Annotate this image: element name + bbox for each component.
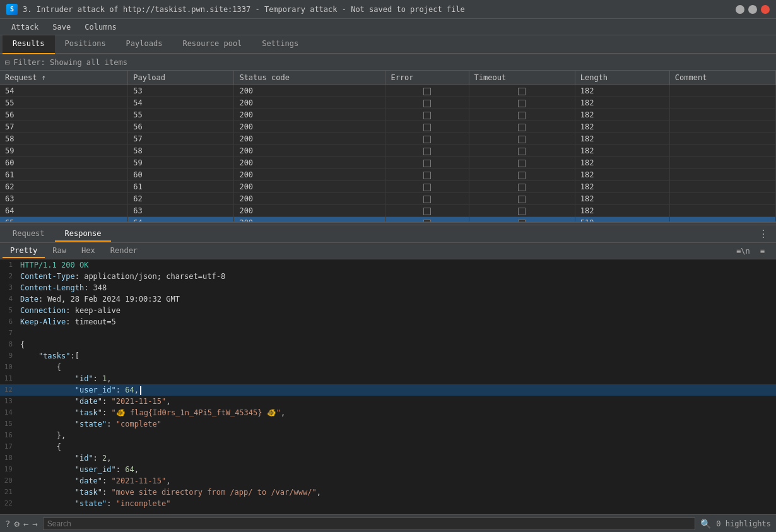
- menu-columns[interactable]: Columns: [78, 21, 123, 33]
- help-icon[interactable]: ?: [5, 519, 10, 529]
- table-row[interactable]: 54 53 200 182: [0, 85, 776, 97]
- cell-timeout: [469, 193, 575, 205]
- forward-icon[interactable]: →: [32, 519, 37, 529]
- cell-request: 64: [0, 205, 128, 217]
- menu-save[interactable]: Save: [46, 21, 77, 33]
- tab-positions[interactable]: Positions: [55, 35, 116, 54]
- cell-payload: 60: [128, 169, 234, 181]
- format-raw[interactable]: Raw: [45, 244, 74, 258]
- line-content: Connection: keep-alive: [18, 305, 776, 316]
- window-title: 3. Intruder attack of http://taskist.pwn…: [23, 5, 465, 14]
- tab-results[interactable]: Results: [3, 35, 55, 54]
- tab-request[interactable]: Request: [3, 227, 55, 242]
- code-line: 19 "user_id": 64,: [0, 464, 776, 475]
- line-content: Date: Wed, 28 Feb 2024 19:00:32 GMT: [18, 293, 776, 305]
- table-body: 54 53 200 182 55 54 200 182 56 55 200 18…: [0, 85, 776, 223]
- cell-error: [385, 121, 469, 133]
- cell-payload: 59: [128, 157, 234, 169]
- cell-status: 200: [234, 85, 385, 97]
- format-render[interactable]: Render: [103, 244, 145, 258]
- results-table: Request ↑ Payload Status code Error Time…: [0, 71, 776, 222]
- cell-request: 57: [0, 121, 128, 133]
- table-row[interactable]: 58 57 200 182: [0, 133, 776, 145]
- cell-payload: 62: [128, 193, 234, 205]
- line-number: 15: [0, 418, 18, 430]
- col-comment[interactable]: Comment: [669, 71, 775, 85]
- cell-comment: [669, 109, 775, 121]
- cell-error: [385, 157, 469, 169]
- cell-request: 54: [0, 85, 128, 97]
- table-row[interactable]: 59 58 200 182: [0, 145, 776, 157]
- col-length[interactable]: Length: [575, 71, 669, 85]
- close-button[interactable]: [761, 5, 770, 14]
- col-error[interactable]: Error: [385, 71, 469, 85]
- cell-status: 200: [234, 133, 385, 145]
- line-number: 2: [0, 271, 18, 282]
- table-row[interactable]: 56 55 200 182: [0, 109, 776, 121]
- cell-length: 182: [575, 145, 669, 157]
- col-status[interactable]: Status code: [234, 71, 385, 85]
- code-line: 8{: [0, 339, 776, 350]
- cell-comment: [669, 169, 775, 181]
- table-row[interactable]: 63 62 200 182: [0, 193, 776, 205]
- table-row[interactable]: 61 60 200 182: [0, 169, 776, 181]
- format-action-wrap[interactable]: ≡\n: [732, 245, 754, 257]
- cell-status: 200: [234, 157, 385, 169]
- back-icon[interactable]: ←: [23, 519, 28, 529]
- line-number: 3: [0, 282, 18, 293]
- code-line: 2Content-Type: application/json; charset…: [0, 271, 776, 282]
- cell-timeout: [469, 133, 575, 145]
- tab-response[interactable]: Response: [55, 227, 112, 242]
- col-request[interactable]: Request ↑: [0, 71, 128, 85]
- tab-resource-pool[interactable]: Resource pool: [172, 35, 252, 54]
- line-number: 8: [0, 339, 18, 350]
- cell-timeout: [469, 85, 575, 97]
- menu-attack[interactable]: Attack: [5, 21, 45, 33]
- cell-error: [385, 109, 469, 121]
- tab-settings[interactable]: Settings: [252, 35, 309, 54]
- cell-status: 200: [234, 217, 385, 223]
- cell-length: 182: [575, 109, 669, 121]
- format-pretty[interactable]: Pretty: [3, 244, 45, 258]
- table-row[interactable]: 60 59 200 182: [0, 157, 776, 169]
- cell-timeout: [469, 181, 575, 193]
- format-action-menu[interactable]: ≡: [756, 245, 768, 257]
- cell-payload: 54: [128, 97, 234, 109]
- status-bar: ? ⚙ ← → 🔍 0 highlights: [0, 514, 776, 532]
- table-row[interactable]: 65 64 200 519: [0, 217, 776, 223]
- table-row[interactable]: 64 63 200 182: [0, 205, 776, 217]
- cell-request: 59: [0, 145, 128, 157]
- cell-request: 63: [0, 193, 128, 205]
- line-content: "date": "2021-11-15",: [18, 475, 776, 487]
- tab-payloads[interactable]: Payloads: [116, 35, 173, 54]
- col-timeout[interactable]: Timeout: [469, 71, 575, 85]
- title-bar: S 3. Intruder attack of http://taskist.p…: [0, 0, 776, 19]
- line-number: 19: [0, 464, 18, 475]
- col-payload[interactable]: Payload: [128, 71, 234, 85]
- cell-error: [385, 145, 469, 157]
- format-hex[interactable]: Hex: [74, 244, 103, 258]
- cell-timeout: [469, 109, 575, 121]
- cell-timeout: [469, 205, 575, 217]
- search-icon[interactable]: 🔍: [700, 519, 711, 529]
- line-number: 1: [0, 259, 18, 271]
- cell-comment: [669, 157, 775, 169]
- cell-payload: 61: [128, 181, 234, 193]
- code-line: 10 {: [0, 362, 776, 373]
- req-res-more-icon[interactable]: ⋮: [753, 225, 773, 242]
- search-input[interactable]: [43, 517, 696, 530]
- table-row[interactable]: 57 56 200 182: [0, 121, 776, 133]
- line-number: 7: [0, 328, 18, 339]
- line-number: 10: [0, 362, 18, 373]
- table-row[interactable]: 55 54 200 182: [0, 97, 776, 109]
- minimize-button[interactable]: [736, 5, 744, 14]
- cell-error: [385, 133, 469, 145]
- line-number: 13: [0, 396, 18, 407]
- settings-icon[interactable]: ⚙: [14, 519, 19, 529]
- maximize-button[interactable]: [748, 5, 757, 14]
- code-line: 18 "id": 2,: [0, 452, 776, 464]
- line-number: 21: [0, 487, 18, 498]
- code-line: 13 "date": "2021-11-15",: [0, 396, 776, 407]
- table-row[interactable]: 62 61 200 182: [0, 181, 776, 193]
- cell-payload: 53: [128, 85, 234, 97]
